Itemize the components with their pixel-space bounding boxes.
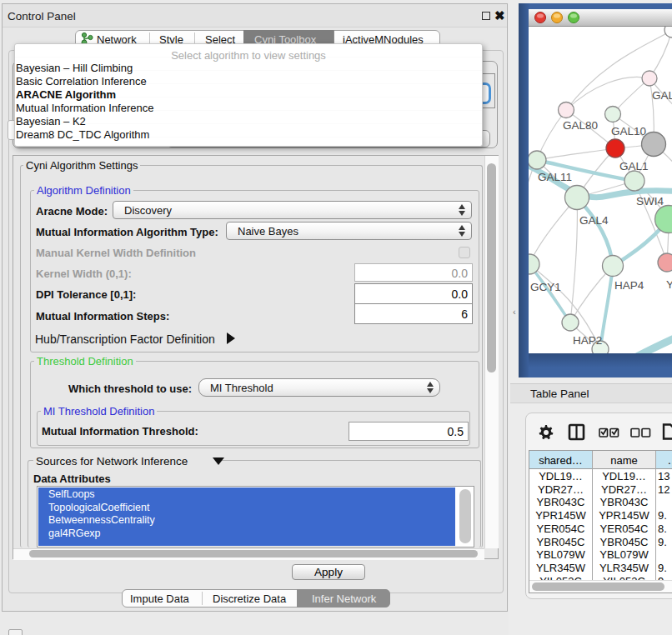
svg-text:GAL4: GAL4 bbox=[579, 214, 609, 227]
svg-text:HAP2: HAP2 bbox=[573, 334, 602, 347]
svg-text:GAL10: GAL10 bbox=[611, 125, 646, 138]
svg-text:SWI4: SWI4 bbox=[636, 195, 664, 208]
svg-text:GAL1: GAL1 bbox=[619, 160, 649, 172]
svg-text:GAL11: GAL11 bbox=[538, 171, 572, 183]
svg-text:YM: YM bbox=[666, 278, 672, 291]
svg-text:GCY1: GCY1 bbox=[530, 281, 561, 293]
svg-text:HAP4: HAP4 bbox=[614, 279, 644, 292]
svg-text:GAL80: GAL80 bbox=[563, 119, 598, 132]
svg-text:GAL2: GAL2 bbox=[652, 89, 672, 102]
